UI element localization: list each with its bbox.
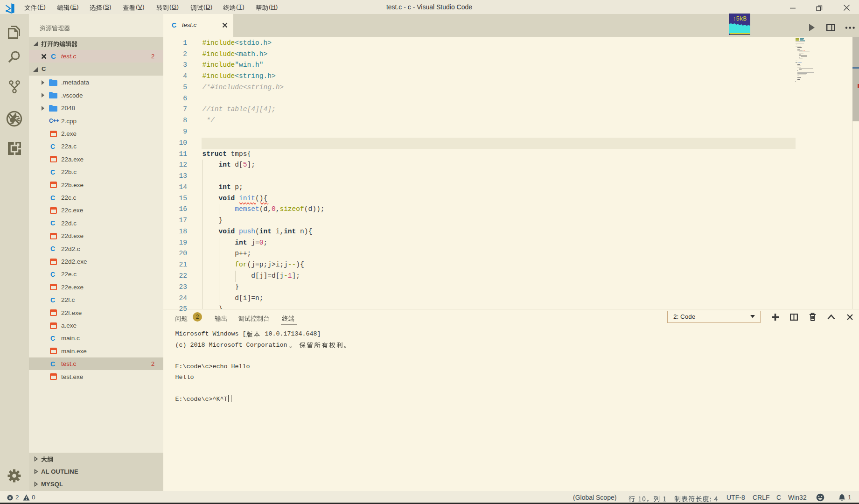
svg-text:↑5kB: ↑5kB xyxy=(733,16,747,22)
